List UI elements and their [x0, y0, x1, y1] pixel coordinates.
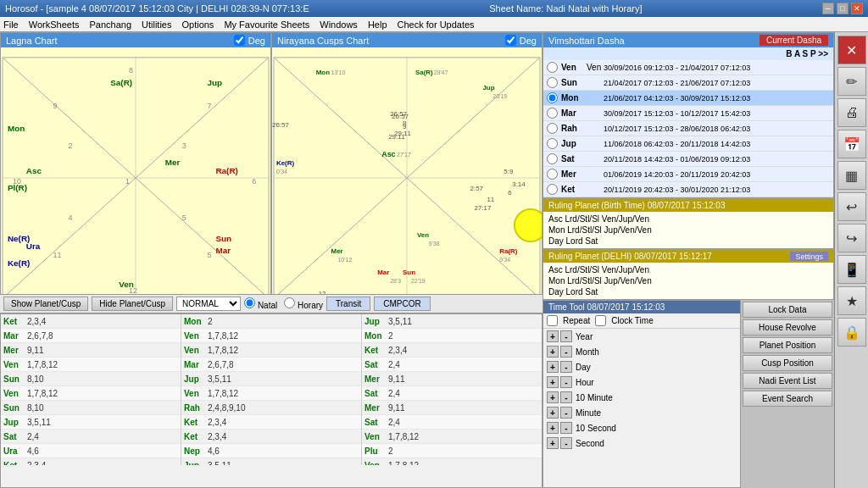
nirayana-deg-checkbox[interactable] — [505, 35, 516, 46]
dasha-period-1: 21/04/2017 07:12:03 - 21/06/2017 07:12:0… — [604, 79, 750, 87]
sidebar-btn-back[interactable]: ↩ — [837, 192, 866, 221]
time-minus-btn-6[interactable]: - — [560, 422, 572, 434]
time-minus-btn-7[interactable]: - — [560, 437, 572, 449]
time-minus-btn-3[interactable]: - — [560, 376, 572, 388]
time-minus-btn-4[interactable]: - — [560, 391, 572, 403]
sidebar-btn-print[interactable]: 🖨 — [837, 98, 866, 127]
sidebar-btn-star[interactable]: ★ — [837, 286, 866, 315]
action-btn-planet-position[interactable]: Planet Position — [743, 337, 832, 353]
svg-text:Ke(R): Ke(R) — [8, 258, 30, 268]
lagna-deg-checkbox[interactable] — [234, 35, 245, 46]
time-plus-btn-5[interactable]: + — [547, 407, 559, 419]
horary-radio[interactable] — [284, 297, 295, 308]
menu-options[interactable]: Options — [181, 19, 214, 30]
window-controls: ─ □ ✕ — [822, 3, 863, 14]
clock-time-checkbox[interactable] — [595, 315, 606, 326]
dasha-radio-3[interactable] — [547, 108, 558, 119]
sidebar-btn-x[interactable]: ✕ — [837, 36, 866, 64]
cmpcor-tab[interactable]: CMPCOR — [374, 297, 430, 311]
nirayana-chart-box: Mon 13'10 Sa(R) 28'47 Ke(R) 0'34 Asc 27'… — [272, 47, 542, 295]
dasha-row-3[interactable]: Mar 30/09/2017 15:12:03 - 10/12/2017 15:… — [543, 106, 833, 121]
dasha-row-0[interactable]: Ven Ven 30/09/2016 09:12:03 - 21/04/2017… — [543, 60, 833, 75]
menu-windows[interactable]: Windows — [320, 19, 358, 30]
dasha-radio-1[interactable] — [547, 77, 558, 88]
sidebar-btn-phone[interactable]: 📱 — [837, 255, 866, 284]
dasha-row-6[interactable]: Sat 20/11/2018 14:42:03 - 01/06/2019 09:… — [543, 152, 833, 167]
horary-radio-label[interactable]: Horary — [284, 297, 323, 310]
current-dasha-button[interactable]: Current Dasha — [760, 35, 828, 46]
planet-name-0-8: Sat — [1, 432, 25, 441]
menu-help[interactable]: Help — [368, 19, 387, 30]
time-plus-btn-7[interactable]: + — [547, 437, 559, 449]
menu-check-updates[interactable]: Check for Updates — [398, 19, 475, 30]
minimize-button[interactable]: ─ — [822, 3, 834, 14]
dasha-row-4[interactable]: Rah 10/12/2017 15:12:03 - 28/06/2018 06:… — [543, 121, 833, 136]
time-row-7: + - Second — [543, 435, 740, 451]
time-tool-panel: Time Tool 08/07/2017 15:12:03 Repeat Clo… — [542, 300, 741, 488]
planet-value-0-10: 2,3,4 — [25, 461, 48, 466]
planet-row: Ket 2,3,4 — [181, 430, 361, 444]
transit-tab[interactable]: Transit — [326, 297, 370, 311]
dasha-radio-7[interactable] — [547, 169, 558, 180]
action-btn-cusp-position[interactable]: Cusp Position — [743, 355, 832, 371]
sidebar-btn-calendar[interactable]: 📅 — [837, 130, 866, 158]
ruling-delhi-header: Ruling Planet (DELHI) 08/07/2017 15:12:1… — [543, 250, 833, 263]
time-minus-btn-0[interactable]: - — [560, 330, 572, 342]
planet-value-1-3: 2,6,7,8 — [205, 360, 236, 369]
dasha-row-7[interactable]: Mer 01/06/2019 14:20:03 - 20/11/2019 20:… — [543, 167, 833, 182]
time-minus-btn-5[interactable]: - — [560, 407, 572, 419]
dasha-planet-3: Mar — [561, 108, 587, 118]
time-plus-btn-6[interactable]: + — [547, 422, 559, 434]
time-plus-btn-3[interactable]: + — [547, 376, 559, 388]
time-minus-btn-1[interactable]: - — [560, 346, 572, 358]
planet-row: Ket 2,3,4 — [181, 415, 361, 430]
time-plus-btn-2[interactable]: + — [547, 361, 559, 373]
sidebar-btn-lock[interactable]: 🔒 — [837, 318, 866, 347]
normal-select[interactable]: NORMAL DETAILED COMPACT — [176, 297, 241, 311]
menu-favourite[interactable]: My Favourite Sheets — [224, 19, 309, 30]
dasha-radio-6[interactable] — [547, 153, 558, 164]
sidebar-btn-forward[interactable]: ↪ — [837, 224, 866, 252]
dasha-radio-0[interactable] — [547, 62, 558, 73]
sidebar-btn-edit[interactable]: ✏ — [837, 67, 866, 96]
menu-utilities[interactable]: Utilities — [142, 19, 171, 30]
dasha-panel: Vimshottari Dasha Current Dasha B A S P … — [542, 32, 834, 198]
settings-button[interactable]: Settings — [790, 252, 828, 261]
show-planet-cusp-button[interactable]: Show Planet/Cusp — [3, 297, 88, 311]
action-btn-house-revolve[interactable]: House Revolve — [743, 319, 832, 336]
action-btn-nadi-event-list[interactable]: Nadi Event List — [743, 373, 832, 389]
dasha-title: Vimshottari Dasha — [548, 36, 625, 46]
svg-text:Ra(R): Ra(R) — [499, 247, 518, 255]
menu-panchang[interactable]: Panchang — [89, 19, 131, 30]
time-plus-btn-0[interactable]: + — [547, 330, 559, 342]
svg-text:5: 5 — [207, 251, 211, 259]
dasha-radio-8[interactable] — [547, 184, 558, 195]
planet-name-0-10: Ket — [1, 461, 25, 466]
dasha-row-1[interactable]: Sun 21/04/2017 07:12:03 - 21/06/2017 07:… — [543, 75, 833, 91]
hide-planet-cusp-button[interactable]: Hide Planet/Cusp — [92, 297, 173, 311]
lagna-chart: Lagna Chart Deg — [0, 32, 271, 295]
action-btn-event-search[interactable]: Event Search — [743, 391, 832, 407]
menu-worksheets[interactable]: WorkSheets — [29, 19, 80, 30]
close-button[interactable]: ✕ — [851, 3, 863, 14]
dasha-row-5[interactable]: Jup 11/06/2018 06:42:03 - 20/11/2018 14:… — [543, 136, 833, 152]
time-minus-btn-2[interactable]: - — [560, 361, 572, 373]
natal-radio-label[interactable]: Natal — [244, 297, 277, 310]
planet-value-1-2: 1,7,8,12 — [205, 346, 241, 355]
dasha-radio-5[interactable] — [547, 138, 558, 149]
dasha-radio-4[interactable] — [547, 123, 558, 134]
action-btn-lock-data[interactable]: Lock Data — [743, 302, 832, 318]
dasha-row-8[interactable]: Ket 20/11/2019 20:42:03 - 30/01/2020 21:… — [543, 182, 833, 197]
menu-file[interactable]: File — [3, 19, 19, 30]
dasha-radio-2[interactable] — [547, 92, 558, 103]
maximize-button[interactable]: □ — [837, 3, 849, 14]
svg-text:10: 10 — [13, 177, 21, 186]
time-plus-btn-1[interactable]: + — [547, 346, 559, 358]
natal-radio[interactable] — [244, 297, 255, 308]
repeat-checkbox[interactable] — [547, 315, 558, 326]
planet-name-0-1: Mar — [1, 331, 25, 341]
sidebar-btn-table[interactable]: ▦ — [837, 161, 866, 190]
time-row-4: + - 10 Minute — [543, 390, 740, 405]
dasha-row-2[interactable]: Mon 21/06/2017 04:12:03 - 30/09/2017 15:… — [543, 91, 833, 106]
time-plus-btn-4[interactable]: + — [547, 391, 559, 403]
